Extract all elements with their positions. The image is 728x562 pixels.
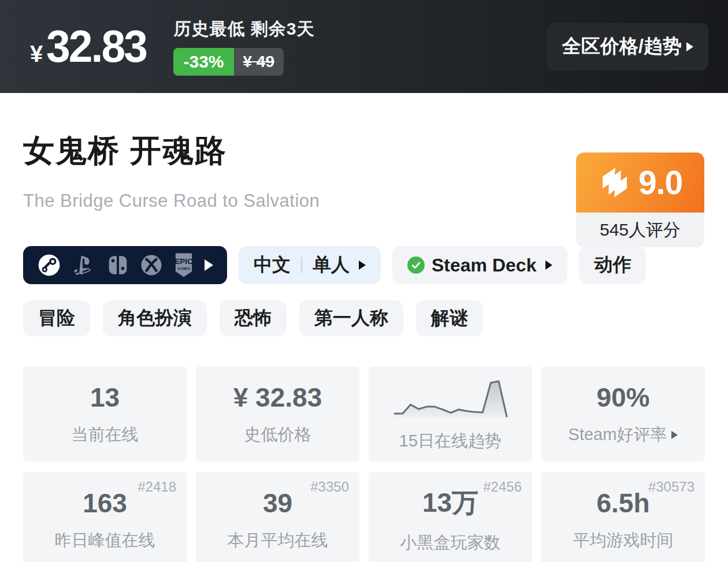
stat-label: 平均游戏时间 [573,529,674,552]
steam-deck-pill[interactable]: Steam Deck [392,246,567,284]
svg-text:GAMES: GAMES [177,267,190,270]
discount-badges: -33% ¥ 49 [173,48,314,76]
language-label: 中文 [254,252,291,278]
stat-label: 史低价格 [244,423,311,446]
stat-rank: #3350 [310,479,349,495]
tag-row: 冒险 角色扮演 恐怖 第一人称 解谜 [23,300,705,336]
tag-pill[interactable]: 解谜 [416,300,483,336]
current-price: ¥ 32.83 [30,20,150,73]
discount-badge: -33% [173,48,233,76]
platform-bar[interactable]: EPIC GAMES [23,246,227,284]
tag-label: 第一人称 [314,306,388,331]
trend-button-label: 全区价格/趋势 [562,34,682,59]
stat-card-steam-rating[interactable]: 90% Steam好评率 [541,366,705,461]
deal-status-text: 历史最低 剩余3天 [173,17,314,41]
heybox-rating-card[interactable]: 9.0 545人评分 [576,152,704,247]
stat-label: 小黑盒玩家数 [400,531,501,554]
stat-value: 13万 [422,485,478,521]
steam-icon [37,253,61,277]
stats-grid: 13 当前在线 ¥ 32.83 史低价格 15日在线趋势 9 [23,366,705,562]
stat-value: 39 [263,487,292,519]
genre-pill[interactable]: 动作 [579,246,646,284]
stat-card-month-average: #3350 39 本月平均在线 [196,472,359,562]
stat-card-current-online: 13 当前在线 [23,366,187,461]
currency-symbol: ¥ [30,41,43,67]
stat-card-online-trend[interactable]: 15日在线趋势 [369,366,532,461]
stat-label: 昨日峰值在线 [55,529,155,552]
tag-pill[interactable]: 冒险 [23,300,90,336]
steam-deck-label: Steam Deck [432,255,536,276]
mode-label: 单人 [313,252,350,278]
stat-value: 13 [90,382,120,413]
stat-label: Steam好评率 [569,423,667,446]
stat-rank: #2456 [483,479,522,495]
stat-label: 当前在线 [72,423,139,446]
chevron-right-icon [686,42,693,51]
stat-card-heybox-players: #2456 13万 小黑盒玩家数 [369,472,532,562]
stat-label: 15日在线趋势 [399,430,502,453]
tag-label: 解谜 [431,306,468,331]
stat-value: ¥ 32.83 [233,382,322,413]
tag-pill[interactable]: 第一人称 [299,300,403,336]
switch-icon [106,254,129,277]
chevron-right-icon [545,260,552,270]
chevron-right-icon [671,431,678,439]
platforms-more-icon[interactable] [205,259,213,271]
all-region-price-trend-button[interactable]: 全区价格/趋势 [547,23,708,70]
rating-score: 9.0 [638,163,682,202]
xbox-icon [140,254,163,277]
pill-divider [301,257,302,273]
stat-value: 6.5h [596,487,649,519]
stat-label: 本月平均在线 [228,529,328,552]
stat-value: 90% [596,382,649,413]
price-value: 32.83 [46,20,146,73]
online-trend-chart [393,375,508,419]
heybox-logo-icon [598,166,632,199]
price-header: ¥ 32.83 历史最低 剩余3天 -33% ¥ 49 全区价格/趋势 [0,0,728,93]
verified-check-icon [407,256,425,274]
playstation-icon [71,252,96,278]
chevron-right-icon [359,260,366,270]
stat-card-yesterday-peak: #2418 163 昨日峰值在线 [23,472,187,562]
language-mode-pill[interactable]: 中文 单人 [239,246,381,284]
stat-rank: #30573 [648,479,694,495]
original-price-badge: ¥ 49 [234,48,284,76]
genre-label: 动作 [594,252,631,278]
epic-games-icon: EPIC GAMES [173,252,195,278]
rating-count: 545人评分 [576,213,704,247]
stat-rank: #2418 [138,479,176,495]
stat-card-lowest-price: ¥ 32.83 史低价格 [196,366,359,461]
tag-pill[interactable]: 恐怖 [220,300,287,336]
rating-score-area: 9.0 [576,152,704,213]
stat-value: 163 [83,487,127,519]
svg-text:EPIC: EPIC [174,257,193,266]
stat-card-average-playtime: #30573 6.5h 平均游戏时间 [541,472,705,562]
tag-label: 冒险 [38,306,75,331]
tag-label: 角色扮演 [118,306,192,331]
tag-label: 恐怖 [235,306,272,331]
tag-pill[interactable]: 角色扮演 [103,300,207,336]
